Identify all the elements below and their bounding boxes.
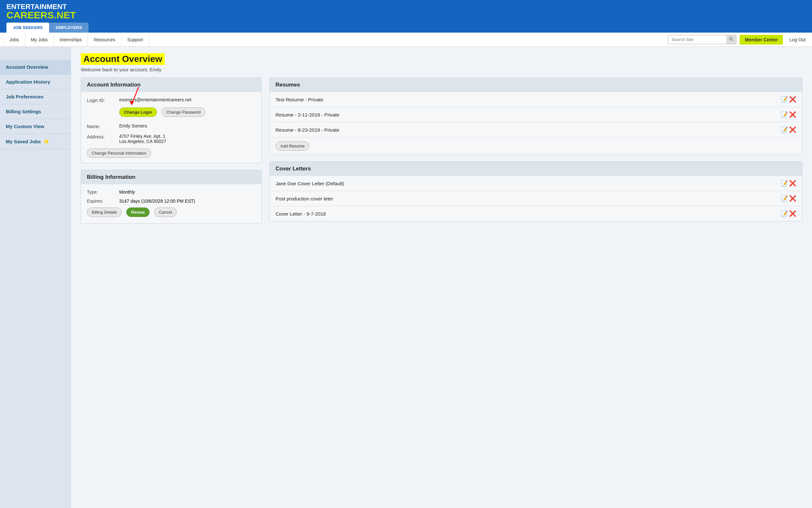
delete-resume-2-icon[interactable]: ❌ (789, 126, 796, 133)
resume-actions-0: 📝 ❌ (781, 96, 796, 103)
cancel-button[interactable]: Cancel (154, 208, 177, 217)
billing-type-label: Type: (87, 189, 119, 195)
cover-letters-header: Cover Letters (270, 162, 802, 176)
billing-expires-value: 3147 days (10/6/2028 12:00 PM EST) (119, 199, 195, 204)
nav-internships[interactable]: Internships (54, 33, 88, 47)
resume-row-1: Resume - 2-11-2019 - Private 📝 ❌ (270, 107, 802, 122)
main-layout: Account Overview Application History Job… (0, 47, 812, 508)
login-buttons-label (87, 108, 119, 108)
billing-expires-row: Expires: 3147 days (10/6/2028 12:00 PM E… (87, 199, 256, 204)
sidebar-item-my-custom-view[interactable]: My Custom View (0, 119, 71, 134)
billing-buttons: Billing Details Renew Cancel (87, 208, 256, 217)
cover-letter-row-2: Cover Letter - 9-7-2018 📝 ❌ (270, 206, 802, 221)
resume-name-1: Resume - 2-11-2019 - Private (275, 112, 340, 118)
site-header: ENTERTAINMENT CAREERS .NET JOB SEEKERS E… (0, 0, 812, 33)
tab-jobseekers[interactable]: JOB SEEKERS (6, 23, 49, 33)
main-content: Account Overview Welcome back to your ac… (71, 47, 812, 508)
change-personal-wrapper: Change Personal Information (87, 149, 256, 158)
search-box (668, 35, 736, 44)
add-resume-area: Add Resume (270, 137, 802, 155)
billing-expires-label: Expires: (87, 199, 119, 204)
svg-point-0 (730, 37, 732, 40)
add-resume-button[interactable]: Add Resume (275, 141, 309, 151)
edit-cover-0-icon[interactable]: 📝 (781, 180, 788, 187)
cover-letter-row-1: Post production cover leter 📝 ❌ (270, 191, 802, 206)
sidebar-item-billing-settings[interactable]: Billing Settings (0, 104, 71, 119)
left-column: Account Information Login ID: esomers@en… (81, 78, 262, 230)
change-personal-button[interactable]: Change Personal Information (87, 149, 151, 158)
delete-cover-1-icon[interactable]: ❌ (789, 195, 796, 202)
sidebar-label-my-saved-jobs: My Saved Jobs (6, 139, 41, 144)
two-column-layout: Account Information Login ID: esomers@en… (81, 78, 802, 230)
search-input[interactable] (668, 36, 726, 44)
name-row: Name: Emily Somers (87, 123, 256, 129)
login-value: esomers@entertainmentcareers.net (119, 97, 192, 102)
delete-cover-0-icon[interactable]: ❌ (789, 180, 796, 187)
nav-jobs[interactable]: Jobs (3, 33, 25, 47)
edit-resume-1-icon[interactable]: 📝 (781, 111, 788, 118)
change-login-group: Change Login Change Password (119, 108, 207, 117)
edit-cover-1-icon[interactable]: 📝 (781, 195, 788, 202)
cover-letter-row-0: Jane Doe Cover Letter (Default) 📝 ❌ (270, 176, 802, 191)
login-row: Login ID: esomers@entertainmentcareers.n… (87, 97, 256, 103)
header-tabs: JOB SEEKERS EMPLOYERS (6, 23, 806, 33)
resume-actions-1: 📝 ❌ (781, 111, 796, 118)
cover-letter-name-1: Post production cover leter (275, 196, 333, 201)
resume-name-2: Resume - 8-23-2019 - Private (275, 127, 340, 133)
cover-letter-actions-1: 📝 ❌ (781, 195, 796, 202)
svg-line-1 (732, 40, 733, 41)
billing-info-header: Billing Information (81, 170, 261, 184)
address-label: Address: (87, 134, 119, 139)
cover-letter-name-0: Jane Doe Cover Letter (Default) (275, 181, 344, 186)
member-center-button[interactable]: Member Center (740, 35, 783, 45)
delete-cover-2-icon[interactable]: ❌ (789, 210, 796, 217)
cover-letter-name-2: Cover Letter - 9-7-2018 (275, 211, 326, 217)
logo-careers: CAREERS (6, 10, 54, 20)
sidebar-item-job-preferences[interactable]: Job Preferences (0, 89, 71, 104)
resume-name-0: Test Resume - Private (275, 97, 323, 102)
account-info-card: Account Information Login ID: esomers@en… (81, 78, 262, 163)
resume-row-2: Resume - 8-23-2019 - Private 📝 ❌ (270, 122, 802, 137)
billing-info-card: Billing Information Type: Monthly Expire… (81, 170, 262, 224)
login-label: Login ID: (87, 97, 119, 103)
tab-employers[interactable]: EMPLOYERS (49, 23, 88, 33)
resumes-header: Resumes (270, 78, 802, 92)
account-info-header: Account Information (81, 78, 261, 92)
logo-line1: ENTERTAINMENT (6, 3, 76, 10)
resume-row-0: Test Resume - Private 📝 ❌ (270, 92, 802, 107)
sidebar-item-my-saved-jobs[interactable]: My Saved Jobs ⭐ (0, 134, 71, 149)
edit-resume-2-icon[interactable]: 📝 (781, 126, 788, 133)
billing-info-body: Type: Monthly Expires: 3147 days (10/6/2… (81, 184, 261, 223)
page-title: Account Overview (81, 53, 165, 65)
nav-my-jobs[interactable]: My Jobs (25, 33, 54, 47)
change-password-button[interactable]: Change Password (161, 108, 205, 117)
logo-net: .NET (54, 10, 76, 20)
cover-letter-actions-2: 📝 ❌ (781, 210, 796, 217)
sidebar-item-account-overview[interactable]: Account Overview (0, 60, 71, 75)
sidebar: Account Overview Application History Job… (0, 47, 71, 508)
edit-resume-0-icon[interactable]: 📝 (781, 96, 788, 103)
edit-cover-2-icon[interactable]: 📝 (781, 210, 788, 217)
billing-details-button[interactable]: Billing Details (87, 208, 122, 217)
resumes-card: Resumes Test Resume - Private 📝 ❌ Resume… (269, 78, 802, 155)
cover-letters-card: Cover Letters Jane Doe Cover Letter (Def… (269, 161, 802, 221)
nav-resources[interactable]: Resources (88, 33, 121, 47)
delete-resume-1-icon[interactable]: ❌ (789, 111, 796, 118)
billing-type-row: Type: Monthly (87, 189, 256, 195)
search-button[interactable] (726, 35, 736, 44)
welcome-text: Welcome back to your account, Emily (81, 67, 802, 72)
resume-actions-2: 📝 ❌ (781, 126, 796, 133)
delete-resume-0-icon[interactable]: ❌ (789, 96, 796, 103)
search-icon (729, 37, 734, 41)
logo: ENTERTAINMENT CAREERS .NET (6, 3, 806, 20)
sidebar-item-application-history[interactable]: Application History (0, 75, 71, 89)
change-login-button[interactable]: Change Login (119, 108, 157, 117)
nav-support[interactable]: Support (121, 33, 149, 47)
star-icon: ⭐ (43, 138, 49, 144)
renew-button[interactable]: Renew (126, 208, 150, 217)
logout-button[interactable]: Log Out (786, 37, 809, 42)
billing-type-value: Monthly (119, 189, 135, 195)
address-row: Address: 4707 Finley Ave. Apt. 1 Los Ang… (87, 134, 256, 144)
address-value: 4707 Finley Ave. Apt. 1 Los Angeles, CA … (119, 134, 166, 144)
cover-letter-actions-0: 📝 ❌ (781, 180, 796, 187)
